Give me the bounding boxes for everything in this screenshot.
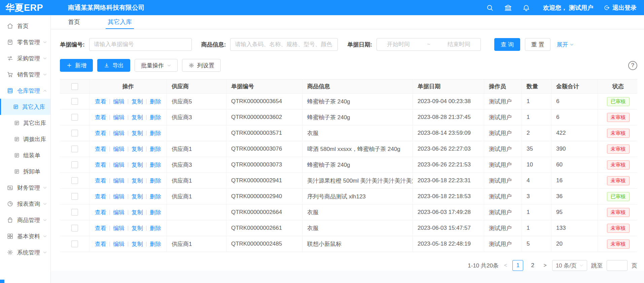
batch-actions-button[interactable]: 批量操作 <box>135 59 178 72</box>
logout-button[interactable]: 退出登录 <box>603 4 637 12</box>
tab-1[interactable]: 其它入库 <box>106 15 134 29</box>
row-action-edit[interactable]: 编辑 <box>113 161 124 169</box>
chevron-down-icon <box>167 63 171 68</box>
row-checkbox[interactable] <box>71 225 78 231</box>
row-action-view[interactable]: 查看 <box>95 224 106 232</box>
row-action-edit[interactable]: 编辑 <box>113 145 124 153</box>
row-checkbox[interactable] <box>71 193 78 200</box>
sidebar-item-0[interactable]: 首页 <box>0 18 50 34</box>
row-action-edit[interactable]: 编辑 <box>113 129 124 137</box>
row-checkbox[interactable] <box>71 161 78 168</box>
row-action-delete[interactable]: 删除 <box>150 177 161 185</box>
row-action-view[interactable]: 查看 <box>95 177 106 185</box>
jump-page-input[interactable] <box>607 260 628 271</box>
page-button-1[interactable]: 1 <box>512 260 523 271</box>
row-action-copy[interactable]: 复制 <box>132 193 143 200</box>
page-button-2[interactable]: 2 <box>527 260 538 271</box>
row-checkbox[interactable] <box>71 177 78 184</box>
row-action-delete[interactable]: 删除 <box>150 161 161 169</box>
bank-icon[interactable] <box>504 4 512 12</box>
row-action-delete[interactable]: 删除 <box>150 98 161 105</box>
cell-amount: 422 <box>551 125 598 141</box>
row-action-copy[interactable]: 复制 <box>132 240 143 248</box>
sidebar-item-5[interactable]: 财务管理 <box>0 180 50 196</box>
row-action-copy[interactable]: 复制 <box>132 129 143 137</box>
sidebar-subitem-4-1[interactable]: 其它出库 <box>0 115 50 131</box>
row-action-view[interactable]: 查看 <box>95 129 106 137</box>
expand-link[interactable]: 展开 <box>557 41 574 49</box>
sidebar-item-2[interactable]: 采购管理 <box>0 50 50 66</box>
row-checkbox[interactable] <box>71 114 78 121</box>
row-action-copy[interactable]: 复制 <box>132 114 143 121</box>
row-action-copy[interactable]: 复制 <box>132 224 143 232</box>
row-action-view[interactable]: 查看 <box>95 98 106 105</box>
row-action-delete[interactable]: 删除 <box>150 240 161 248</box>
table-row: 查看|编辑|复制|删除供应商1QTRK00000002485联想小新鼠标2023… <box>60 236 637 252</box>
row-checkbox[interactable] <box>71 130 78 136</box>
sidebar-item-7[interactable]: 商品管理 <box>0 212 50 228</box>
search-button[interactable]: 查 询 <box>494 38 520 51</box>
sidebar-subitem-4-3[interactable]: 组装单 <box>0 147 50 163</box>
row-action-delete[interactable]: 删除 <box>150 209 161 216</box>
sidebar-item-1[interactable]: 零售管理 <box>0 34 50 50</box>
row-action-view[interactable]: 查看 <box>95 161 106 169</box>
row-action-edit[interactable]: 编辑 <box>113 177 124 185</box>
export-button[interactable]: 导出 <box>97 59 130 72</box>
sidebar-subitem-4-2[interactable]: 调拨出库 <box>0 131 50 147</box>
product-info-input[interactable] <box>230 38 338 51</box>
row-action-view[interactable]: 查看 <box>95 145 106 153</box>
help-button[interactable]: ? <box>628 61 637 70</box>
date-start-input[interactable] <box>377 41 420 48</box>
prev-page-button[interactable]: < <box>503 262 508 269</box>
sidebar-item-label: 仓库管理 <box>17 87 40 95</box>
select-all-checkbox[interactable] <box>71 83 78 90</box>
page-size-select[interactable]: 10 条/页 <box>552 260 587 271</box>
sidebar-item-6[interactable]: 报表查询 <box>0 196 50 212</box>
sidebar-subitem-4-0[interactable]: 其它入库 <box>0 99 50 115</box>
date-range-picker[interactable]: ~ <box>377 38 481 51</box>
row-action-edit[interactable]: 编辑 <box>113 193 124 200</box>
chevron-down-icon <box>570 42 574 47</box>
row-action-view[interactable]: 查看 <box>95 193 106 200</box>
row-action-edit[interactable]: 编辑 <box>113 114 124 121</box>
sidebar-item-8[interactable]: 基本资料 <box>0 228 50 244</box>
table-row: 查看|编辑|复制|删除QTRK00000002661衣服2023-06-03 1… <box>60 220 637 236</box>
row-action-view[interactable]: 查看 <box>95 114 106 121</box>
sidebar-collapse-handle[interactable] <box>0 280 4 283</box>
row-action-edit[interactable]: 编辑 <box>113 240 124 248</box>
row-action-copy[interactable]: 复制 <box>132 98 143 105</box>
add-button[interactable]: 新增 <box>60 59 93 72</box>
row-checkbox[interactable] <box>71 209 78 216</box>
sidebar-subitem-4-4[interactable]: 拆卸单 <box>0 163 50 180</box>
row-action-copy[interactable]: 复制 <box>132 145 143 153</box>
search-icon[interactable] <box>486 4 494 12</box>
reset-button[interactable]: 重 置 <box>525 38 551 51</box>
row-checkbox[interactable] <box>71 98 78 105</box>
row-checkbox[interactable] <box>71 146 78 152</box>
row-action-copy[interactable]: 复制 <box>132 161 143 169</box>
row-action-delete[interactable]: 删除 <box>150 129 161 137</box>
tab-0[interactable]: 首页 <box>66 15 82 29</box>
row-action-delete[interactable]: 删除 <box>150 114 161 121</box>
row-action-view[interactable]: 查看 <box>95 209 106 216</box>
row-action-edit[interactable]: 编辑 <box>113 224 124 232</box>
row-action-copy[interactable]: 复制 <box>132 209 143 216</box>
row-action-delete[interactable]: 删除 <box>150 193 161 200</box>
row-action-delete[interactable]: 删除 <box>150 224 161 232</box>
row-action-view[interactable]: 查看 <box>95 240 106 248</box>
bell-icon[interactable] <box>522 4 530 12</box>
bill-no-input[interactable] <box>89 38 192 51</box>
cell-operator: 测试用户 <box>484 109 522 125</box>
sidebar-item-4[interactable]: 仓库管理 <box>0 83 50 99</box>
row-action-edit[interactable]: 编辑 <box>113 209 124 216</box>
sidebar-item-3[interactable]: 销售管理 <box>0 66 50 83</box>
row-action-delete[interactable]: 删除 <box>150 145 161 153</box>
sidebar-item-9[interactable]: 系统管理 <box>0 244 50 260</box>
column-header: 操作 <box>90 80 167 93</box>
column-settings-button[interactable]: 列设置 <box>182 59 221 72</box>
date-end-input[interactable] <box>437 41 480 48</box>
row-action-edit[interactable]: 编辑 <box>113 98 124 105</box>
row-checkbox[interactable] <box>71 241 78 247</box>
next-page-button[interactable]: > <box>542 262 548 269</box>
row-action-copy[interactable]: 复制 <box>132 177 143 185</box>
